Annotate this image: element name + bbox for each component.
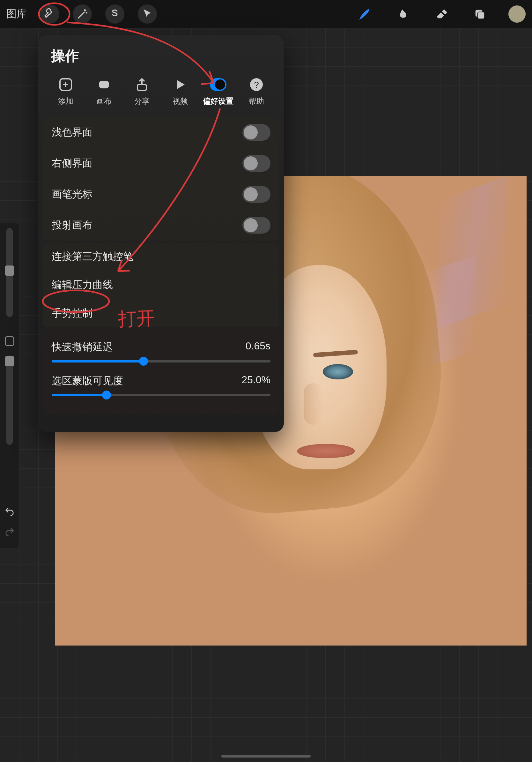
row-gesture-controls-label: 手势控制	[52, 306, 93, 320]
svg-text:?: ?	[254, 80, 259, 90]
modify-button[interactable]	[5, 336, 14, 346]
slider-mask-vis-value: 25.0%	[241, 374, 270, 388]
cursor-arrow-icon[interactable]	[138, 4, 157, 24]
tab-prefs-label: 偏好设置	[203, 96, 233, 106]
slider-undo-delay-label: 快速撤销延迟	[52, 340, 113, 354]
canvas-crop-icon	[96, 76, 112, 93]
row-pressure-curve-label: 编辑压力曲线	[52, 278, 113, 292]
tab-video[interactable]: 视频	[162, 76, 198, 106]
wrench-icon[interactable]	[40, 4, 59, 24]
play-icon	[172, 76, 188, 93]
actions-popup: 操作 添加 画布 分享 视频	[38, 35, 284, 432]
link-group: 连接第三方触控笔 编辑压力曲线 手势控制	[43, 243, 279, 327]
row-project-canvas-label: 投射画布	[52, 218, 93, 232]
svg-rect-3	[99, 81, 109, 88]
brush-size-slider[interactable]	[6, 228, 13, 317]
row-project-canvas[interactable]: 投射画布	[43, 210, 279, 241]
selection-s-icon[interactable]	[105, 4, 124, 24]
tab-prefs[interactable]: 偏好设置	[200, 76, 236, 106]
layers-icon[interactable]	[470, 4, 489, 24]
slider-group: 快速撤销延迟 0.65s 选区蒙版可见度 25.0%	[43, 329, 279, 414]
slider-mask-visibility[interactable]: 选区蒙版可见度 25.0%	[43, 371, 279, 405]
slider-undo-delay[interactable]: 快速撤销延迟 0.65s	[43, 337, 279, 371]
smudge-icon[interactable]	[394, 4, 413, 24]
switch-light-ui[interactable]	[242, 124, 270, 141]
slider-mask-vis-label: 选区蒙版可见度	[52, 374, 123, 388]
tab-canvas-label: 画布	[96, 96, 112, 106]
tab-add[interactable]: 添加	[48, 76, 84, 106]
tab-help-label: 帮助	[249, 96, 264, 106]
row-light-ui[interactable]: 浅色界面	[43, 117, 279, 148]
switch-right-ui[interactable]	[242, 155, 270, 172]
redo-button[interactable]	[4, 526, 15, 539]
row-pressure-curve[interactable]: 编辑压力曲线	[43, 271, 279, 299]
row-light-ui-label: 浅色界面	[52, 125, 93, 139]
brush-icon[interactable]	[355, 4, 374, 24]
svg-rect-1	[478, 12, 485, 19]
row-right-ui[interactable]: 右侧界面	[43, 148, 279, 179]
svg-rect-4	[137, 85, 146, 90]
wand-icon[interactable]	[73, 4, 92, 24]
slider-undo-delay-value: 0.65s	[245, 340, 270, 354]
row-third-party-stylus[interactable]: 连接第三方触控笔	[43, 243, 279, 271]
undo-button[interactable]	[4, 506, 15, 518]
share-icon	[134, 76, 150, 93]
plus-square-icon	[57, 76, 74, 93]
switch-project-canvas[interactable]	[242, 217, 270, 234]
tab-add-label: 添加	[58, 96, 73, 106]
annotation-open-label: 打开	[118, 306, 156, 332]
eraser-icon[interactable]	[432, 4, 451, 24]
gallery-button[interactable]: 图库	[6, 7, 27, 21]
prefs-toggle-icon	[210, 76, 227, 93]
tab-canvas[interactable]: 画布	[86, 76, 122, 106]
tab-video-label: 视频	[172, 96, 188, 106]
side-slider-panel	[0, 223, 19, 548]
toggle-group: 浅色界面 右侧界面 画笔光标 投射画布	[43, 117, 279, 241]
color-swatch[interactable]	[508, 5, 526, 23]
row-third-party-stylus-label: 连接第三方触控笔	[52, 250, 133, 264]
popup-title: 操作	[38, 46, 284, 73]
toolbar-left: 图库	[6, 4, 157, 24]
row-right-ui-label: 右侧界面	[52, 156, 93, 170]
row-brush-cursor-label: 画笔光标	[52, 187, 93, 201]
brush-opacity-slider[interactable]	[6, 355, 13, 445]
tab-share[interactable]: 分享	[124, 76, 160, 106]
toolbar-right	[355, 4, 526, 24]
top-toolbar: 图库	[0, 0, 532, 28]
home-indicator	[221, 755, 311, 758]
switch-brush-cursor[interactable]	[242, 186, 270, 203]
row-brush-cursor[interactable]: 画笔光标	[43, 179, 279, 210]
tab-help[interactable]: ? 帮助	[238, 76, 274, 106]
help-icon: ?	[248, 76, 265, 93]
tab-share-label: 分享	[134, 96, 150, 106]
popup-tab-bar: 添加 画布 分享 视频 偏好设置 ?	[38, 73, 284, 115]
row-gesture-controls[interactable]: 手势控制	[43, 299, 279, 327]
